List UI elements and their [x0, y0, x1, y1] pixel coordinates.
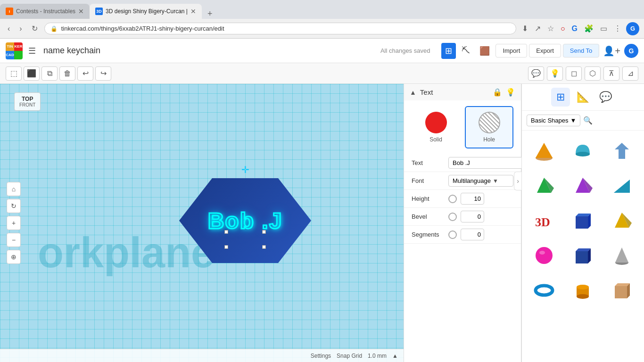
- ruler-icon[interactable]: 📐: [574, 88, 593, 107]
- comment-icon[interactable]: 💬: [528, 66, 544, 81]
- copy-button[interactable]: ⬚: [6, 66, 22, 81]
- project-name[interactable]: name keychain: [43, 46, 100, 56]
- shape-half-sphere[interactable]: [564, 134, 601, 167]
- bookmark-icon[interactable]: ☆: [545, 22, 556, 35]
- menu-icon[interactable]: ⋮: [612, 22, 623, 35]
- height-input[interactable]: [461, 193, 484, 205]
- lightbulb-icon[interactable]: 💡: [547, 66, 563, 81]
- shape-box-tan[interactable]: [603, 274, 640, 307]
- forward-button[interactable]: ›: [17, 24, 25, 34]
- expand-icon[interactable]: ▲: [392, 353, 398, 359]
- hamburger-menu[interactable]: ☰: [26, 44, 38, 58]
- view-cube[interactable]: TOP FRONT: [14, 92, 41, 111]
- user-profile-button[interactable]: G: [624, 44, 638, 58]
- view-code-button[interactable]: 🟫: [476, 43, 494, 59]
- share-icon[interactable]: ↗: [533, 22, 543, 35]
- height-circle-control[interactable]: [448, 195, 457, 203]
- search-icon[interactable]: 🔍: [583, 116, 593, 125]
- redo-button[interactable]: ↪: [95, 66, 111, 81]
- grid-size-value[interactable]: 1.0 mm: [368, 353, 387, 359]
- notes-icon[interactable]: 💬: [596, 88, 615, 107]
- shape-box-blue[interactable]: [564, 204, 601, 237]
- resize-handle-br[interactable]: [262, 245, 266, 249]
- settings-label[interactable]: Settings: [311, 353, 331, 359]
- shape-wedge[interactable]: [603, 169, 640, 202]
- lock-panel-icon[interactable]: 🔒: [493, 88, 502, 97]
- zoom-in-button[interactable]: +: [7, 216, 21, 230]
- refresh-button[interactable]: ↻: [29, 23, 41, 34]
- view-3d-button[interactable]: ⊞: [441, 43, 456, 59]
- props-panel-header[interactable]: ▲ Text 🔒 💡: [404, 84, 521, 100]
- move-handle[interactable]: ✛: [241, 164, 249, 175]
- tab-close-tinkercad[interactable]: ✕: [190, 8, 196, 15]
- zoom-out-button[interactable]: −: [7, 233, 21, 247]
- puzzle-icon[interactable]: 🧩: [582, 22, 595, 35]
- rotate-view-button[interactable]: ↻: [7, 199, 21, 213]
- light-panel-icon[interactable]: 💡: [506, 88, 515, 97]
- profile-avatar[interactable]: G: [626, 22, 639, 35]
- shape-cone-gray[interactable]: [603, 239, 640, 272]
- view-build-button[interactable]: ⛏: [458, 43, 474, 58]
- resize-handle-tr[interactable]: [262, 230, 266, 234]
- bevel-circle-control[interactable]: [448, 213, 457, 221]
- fit-view-button[interactable]: ⊕: [7, 250, 21, 264]
- panel-top-icons: ⊞ 📐 💬: [522, 84, 644, 111]
- download-icon[interactable]: ⬇: [520, 22, 530, 35]
- dropdown-arrow: ▼: [570, 117, 577, 124]
- group-icon[interactable]: ⬡: [585, 66, 601, 81]
- segments-circle-control[interactable]: [448, 230, 457, 239]
- import-button[interactable]: Import: [495, 44, 527, 58]
- shape-text[interactable]: 3D: [526, 204, 562, 237]
- segments-input[interactable]: [461, 229, 484, 240]
- tab-label-contests: Contests - Instructables: [16, 8, 75, 15]
- sidebar-icon[interactable]: ▭: [598, 22, 609, 35]
- hole-button[interactable]: Hole: [465, 106, 513, 148]
- duplicate-button[interactable]: ⧉: [41, 66, 58, 81]
- undo-button[interactable]: ↩: [77, 66, 93, 81]
- bevel-input[interactable]: [461, 211, 484, 222]
- align-icon[interactable]: ⊼: [603, 66, 619, 81]
- resize-handle-bl[interactable]: [224, 245, 228, 249]
- shape-box-dark[interactable]: [564, 239, 601, 272]
- hole-label: Hole: [483, 136, 495, 143]
- chrome-sync-icon[interactable]: G: [570, 23, 579, 35]
- 3d-object[interactable]: ✛ Bob .J: [179, 178, 311, 263]
- collapse-chevron[interactable]: ▲: [410, 89, 416, 96]
- shape-pyramid-green[interactable]: [526, 169, 562, 202]
- shape-pyramid-purple[interactable]: [564, 169, 601, 202]
- tab-close-contests[interactable]: ✕: [78, 8, 84, 15]
- new-tab-button[interactable]: +: [204, 9, 216, 19]
- shape-icon[interactable]: ◻: [566, 66, 582, 81]
- shape-pyramid-yellow[interactable]: [603, 204, 640, 237]
- add-user-icon[interactable]: 👤+: [601, 43, 622, 58]
- home-view-button[interactable]: ⌂: [7, 182, 21, 196]
- send-to-button[interactable]: Send To: [563, 44, 599, 58]
- shape-sphere-pink[interactable]: [526, 239, 562, 272]
- shape-cone[interactable]: [526, 134, 562, 167]
- opera-icon[interactable]: ○: [559, 23, 567, 35]
- shape-category-dropdown[interactable]: Basic Shapes ▼: [527, 115, 580, 126]
- export-button[interactable]: Export: [529, 44, 561, 58]
- viewport[interactable]: orkplane TOP FRONT ⌂ ↻ + − ⊕ ✛ Bob .J: [0, 84, 404, 362]
- tab-contests[interactable]: I Contests - Instructables ✕: [0, 4, 90, 19]
- shape-torus[interactable]: [526, 274, 562, 307]
- flip-icon[interactable]: ⊿: [622, 66, 638, 81]
- hexagon-shape[interactable]: Bob .J: [179, 178, 311, 263]
- resize-handle-tl[interactable]: [224, 230, 228, 234]
- delete-button[interactable]: 🗑: [59, 66, 75, 81]
- solid-button[interactable]: Solid: [412, 106, 460, 148]
- shape-library-panel: ⊞ 📐 💬 Basic Shapes ▼ 🔍: [521, 84, 644, 362]
- grid-view-icon[interactable]: ⊞: [551, 88, 570, 107]
- back-button[interactable]: ‹: [5, 24, 13, 34]
- panel-collapse-handle[interactable]: ›: [514, 172, 521, 190]
- tab-tinkercad[interactable]: 3D 3D design Shiny Bigery-Curcan | ✕: [90, 4, 202, 19]
- font-dropdown[interactable]: Multilanguage ▼: [448, 175, 513, 187]
- app: TIN KER CAD ☰ name keychain All changes …: [0, 39, 644, 362]
- tinkercad-logo[interactable]: TIN KER CAD: [6, 42, 23, 59]
- svg-marker-22: [615, 247, 628, 263]
- url-bar[interactable]: 🔒 tinkercad.com/things/6xxab2ATRJ1-shiny…: [44, 23, 516, 34]
- shape-cylinder-orange[interactable]: [564, 274, 601, 307]
- font-value: Multilanguage: [453, 177, 491, 184]
- paste-button[interactable]: ⬛: [24, 66, 40, 81]
- shape-arrow[interactable]: [603, 134, 640, 167]
